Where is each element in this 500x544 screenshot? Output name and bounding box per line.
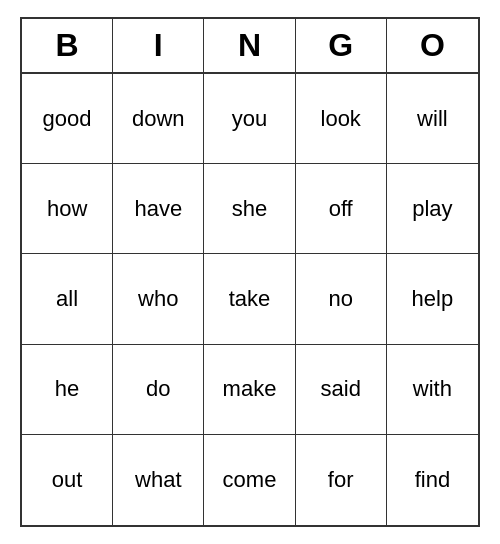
grid-cell-12[interactable]: take (204, 254, 295, 344)
grid-cell-21[interactable]: what (113, 435, 204, 525)
bingo-grid: gooddownyoulookwillhowhavesheoffplayallw… (22, 74, 478, 525)
grid-cell-16[interactable]: do (113, 345, 204, 435)
grid-cell-6[interactable]: have (113, 164, 204, 254)
grid-cell-1[interactable]: down (113, 74, 204, 164)
grid-cell-20[interactable]: out (22, 435, 113, 525)
grid-cell-13[interactable]: no (296, 254, 387, 344)
grid-cell-15[interactable]: he (22, 345, 113, 435)
grid-cell-24[interactable]: find (387, 435, 478, 525)
header-g: G (296, 19, 387, 72)
grid-cell-3[interactable]: look (296, 74, 387, 164)
grid-cell-0[interactable]: good (22, 74, 113, 164)
grid-cell-22[interactable]: come (204, 435, 295, 525)
header-n: N (204, 19, 295, 72)
bingo-card: B I N G O gooddownyoulookwillhowhavesheo… (20, 17, 480, 527)
header-o: O (387, 19, 478, 72)
grid-cell-18[interactable]: said (296, 345, 387, 435)
grid-cell-8[interactable]: off (296, 164, 387, 254)
grid-cell-11[interactable]: who (113, 254, 204, 344)
grid-cell-7[interactable]: she (204, 164, 295, 254)
grid-cell-5[interactable]: how (22, 164, 113, 254)
grid-cell-9[interactable]: play (387, 164, 478, 254)
header-b: B (22, 19, 113, 72)
grid-cell-23[interactable]: for (296, 435, 387, 525)
grid-cell-19[interactable]: with (387, 345, 478, 435)
grid-cell-2[interactable]: you (204, 74, 295, 164)
grid-cell-4[interactable]: will (387, 74, 478, 164)
grid-cell-14[interactable]: help (387, 254, 478, 344)
grid-cell-17[interactable]: make (204, 345, 295, 435)
header-i: I (113, 19, 204, 72)
grid-cell-10[interactable]: all (22, 254, 113, 344)
bingo-header: B I N G O (22, 19, 478, 74)
